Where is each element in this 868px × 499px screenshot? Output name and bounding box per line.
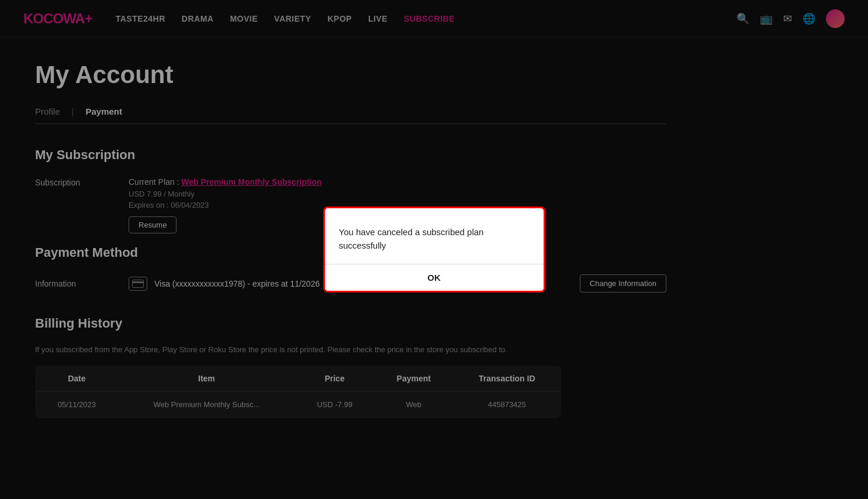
modal-ok-button[interactable]: OK — [325, 264, 544, 291]
modal-overlay: You have canceled a subscribed plan succ… — [0, 0, 868, 499]
modal-message: You have canceled a subscribed plan succ… — [339, 226, 530, 252]
modal-body: You have canceled a subscribed plan succ… — [325, 208, 544, 264]
modal-footer: OK — [325, 264, 544, 291]
modal-box: You have canceled a subscribed plan succ… — [323, 207, 545, 292]
